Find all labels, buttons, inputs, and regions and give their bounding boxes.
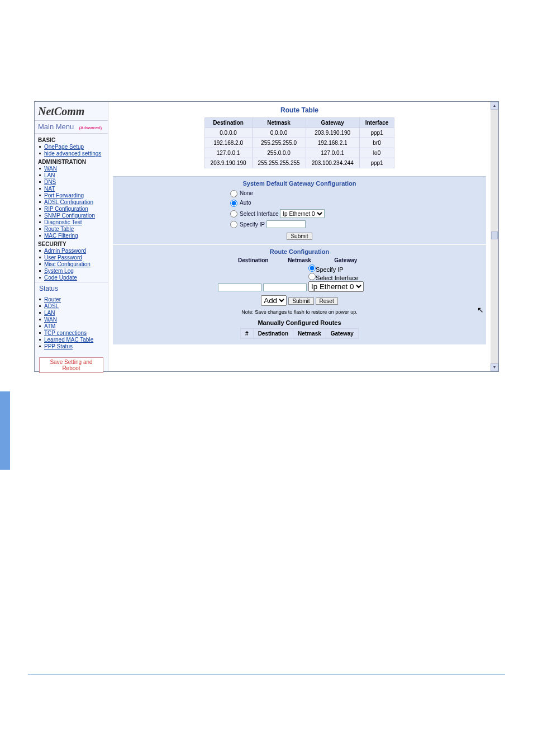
mrh-gateway: Gateway: [326, 329, 358, 339]
rc-selectif-label: Select Interface: [316, 275, 358, 281]
content-pane: Route Table Destination Netmask Gateway …: [108, 102, 491, 371]
sidebar-item-snmp-config[interactable]: SNMP Configuration: [44, 212, 95, 219]
page-edge-tab: [0, 391, 10, 470]
sidebar-item-learned-mac[interactable]: Learned MAC Table: [44, 337, 93, 343]
scrollbar[interactable]: ▴ ▾: [491, 102, 498, 371]
advanced-label: (Advanced): [79, 125, 102, 130]
rth-interface: Interface: [359, 118, 394, 128]
route-config-title: Route Configuration: [113, 248, 486, 255]
main-menu-label: Main Menu: [38, 122, 74, 131]
section-security-head: SECURITY: [38, 241, 104, 247]
sidebar-item-admin-password[interactable]: Admin Password: [44, 248, 86, 254]
sidebar-item-router[interactable]: Router: [44, 296, 61, 303]
save-reboot-button[interactable]: Save Setting and Reboot: [39, 357, 103, 373]
route-config-panel: Route Configuration Destination Netmask …: [113, 245, 486, 344]
gateway-auto-label: Auto: [240, 200, 251, 206]
sidebar-item-atm[interactable]: ATM: [44, 323, 55, 329]
route-table: Destination Netmask Gateway Interface 0.…: [204, 117, 395, 168]
manual-routes-title: Manually Configured Routes: [113, 319, 486, 326]
sidebar-item-port-forwarding[interactable]: Port Forwarding: [44, 192, 84, 199]
sidebar-item-wan[interactable]: WAN: [44, 166, 57, 172]
sidebar-menu-header: Main Menu (Advanced): [35, 121, 108, 134]
rc-head-destination: Destination: [231, 257, 275, 263]
rc-action-select[interactable]: Add: [261, 295, 287, 306]
sidebar: NetComm Main Menu (Advanced) BASIC OnePa…: [35, 102, 108, 371]
gateway-auto-radio[interactable]: [230, 200, 237, 207]
sidebar-item-ppp-status[interactable]: PPP Status: [44, 343, 73, 349]
rc-submit-button[interactable]: Submit: [288, 297, 313, 305]
sidebar-item-adsl-config[interactable]: ADSL Configuration: [44, 199, 93, 205]
footer-rule: [28, 674, 505, 675]
sidebar-item-mac-filtering[interactable]: MAC Filtering: [44, 233, 78, 239]
gateway-specifyip-input[interactable]: [266, 220, 306, 228]
gateway-interface-select[interactable]: Ip Ethernet 0: [280, 209, 325, 218]
rth-netmask: Netmask: [252, 118, 306, 128]
section-basic-head: BASIC: [38, 137, 104, 143]
rc-note: Note: Save changes to flash to restore o…: [113, 309, 486, 315]
rc-netmask-input[interactable]: [263, 284, 307, 291]
sidebar-item-lan-status[interactable]: LAN: [44, 310, 55, 316]
rc-head-gateway: Gateway: [323, 257, 368, 263]
rc-interface-select[interactable]: Ip Ethernet 0: [308, 281, 364, 292]
sidebar-item-tcp-connections[interactable]: TCP connections: [44, 330, 87, 336]
table-row: 127.0.0.1255.0.0.0127.0.0.1lo0: [204, 148, 394, 158]
scroll-down-icon[interactable]: ▾: [491, 363, 498, 371]
rth-gateway: Gateway: [306, 118, 359, 128]
mrh-num: #: [241, 329, 254, 339]
gateway-title: System Default Gateway Configuration: [113, 180, 486, 187]
cursor-icon: ↖: [477, 305, 484, 314]
gateway-selectif-radio[interactable]: [230, 210, 237, 218]
scroll-thumb[interactable]: [491, 231, 498, 239]
gateway-config-panel: System Default Gateway Configuration Non…: [113, 176, 486, 244]
section-admin-head: ADMINISTRATION: [38, 159, 104, 165]
table-row: 0.0.0.00.0.0.0203.9.190.190ppp1: [204, 128, 394, 138]
rc-reset-button[interactable]: Reset: [316, 297, 338, 305]
sidebar-item-code-update[interactable]: Code Update: [44, 275, 77, 281]
gateway-none-radio[interactable]: [230, 190, 237, 197]
sidebar-item-onepage-setup[interactable]: OnePage Setup: [44, 144, 84, 150]
rth-destination: Destination: [204, 118, 252, 128]
sidebar-item-misc-config[interactable]: Misc Configuration: [44, 261, 91, 267]
mrh-netmask: Netmask: [293, 329, 326, 339]
gateway-submit-button[interactable]: Submit: [287, 233, 312, 240]
table-row: 192.168.2.0255.255.255.0192.168.2.1br0: [204, 138, 394, 148]
sidebar-item-user-password[interactable]: User Password: [44, 254, 82, 261]
sidebar-item-hide-advanced[interactable]: hide advanced settings: [44, 150, 101, 157]
sidebar-item-route-table[interactable]: Route Table: [44, 226, 74, 232]
gateway-specifyip-radio[interactable]: [230, 221, 237, 228]
sidebar-brand: NetComm: [35, 102, 108, 121]
scroll-up-icon[interactable]: ▴: [491, 102, 498, 110]
mrh-destination: Destination: [253, 329, 293, 339]
table-row: 203.9.190.190255.255.255.255203.100.234.…: [204, 158, 394, 168]
manual-routes-table: # Destination Netmask Gateway: [240, 328, 359, 339]
sidebar-item-dns[interactable]: DNS: [44, 179, 56, 185]
sidebar-item-wan-status[interactable]: WAN: [44, 316, 57, 323]
sidebar-item-adsl[interactable]: ADSL: [44, 303, 59, 309]
sidebar-item-diagnostic-test[interactable]: Diagnostic Test: [44, 219, 82, 225]
sidebar-item-system-log[interactable]: System Log: [44, 268, 74, 274]
sidebar-item-lan[interactable]: LAN: [44, 172, 55, 178]
gateway-none-label: None: [240, 190, 253, 196]
router-admin-screenshot: NetComm Main Menu (Advanced) BASIC OnePa…: [34, 101, 499, 372]
gateway-specifyip-label: Specify IP: [240, 221, 265, 228]
rc-specifyip-label: Specify IP: [316, 266, 344, 273]
sidebar-item-nat[interactable]: NAT: [44, 186, 55, 192]
route-table-title: Route Table: [108, 102, 491, 117]
rc-selectif-radio[interactable]: [308, 273, 316, 280]
rc-head-netmask: Netmask: [277, 257, 322, 263]
status-head: Status: [35, 282, 108, 295]
gateway-selectif-label: Select Interface: [240, 211, 278, 217]
rc-specifyip-radio[interactable]: [308, 264, 316, 272]
rc-destination-input[interactable]: [218, 284, 261, 291]
sidebar-item-rip-config[interactable]: RIP Configuration: [44, 206, 88, 212]
